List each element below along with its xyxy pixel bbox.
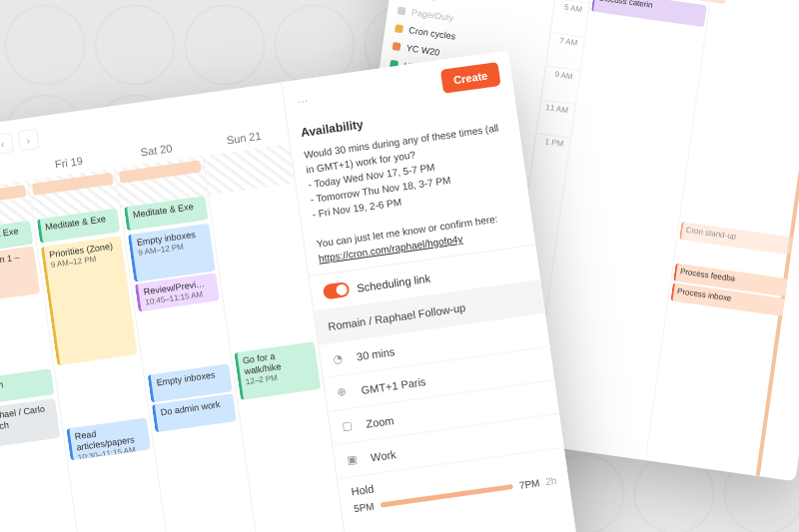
more-icon[interactable]: ⋯ bbox=[296, 94, 311, 109]
hour-label: 7 AM bbox=[546, 32, 584, 70]
calendar-name: PagerDuty bbox=[410, 7, 454, 23]
calendar-event[interactable]: Empty inboxes9 AM–12 PM bbox=[128, 224, 215, 282]
next-button[interactable]: › bbox=[17, 129, 40, 152]
calendar-event[interactable]: Go for a walk/hike12–2 PM bbox=[234, 341, 321, 400]
calendar-event[interactable]: Steady run 1 – 1h8–9 AM bbox=[0, 247, 40, 305]
calendar-field[interactable]: Work bbox=[370, 448, 397, 463]
calendar-event[interactable]: Raphael / Carlo Lunch bbox=[0, 398, 60, 449]
calendar-event[interactable]: Discuss caterin bbox=[591, 0, 706, 27]
calendar-color-dot bbox=[395, 24, 403, 33]
primary-window: Today ‹ › Thu 18Fri 19Sat 20Sun 21 Medit… bbox=[0, 50, 580, 532]
calendar-color-dot bbox=[398, 6, 406, 15]
clock-icon: ◔ bbox=[332, 351, 348, 366]
hour-label: 1 PM bbox=[532, 133, 570, 171]
calendar-event[interactable]: Cron stand-up bbox=[678, 222, 793, 256]
timezone-field[interactable]: GMT+1 Paris bbox=[361, 375, 426, 396]
conference-field[interactable]: Zoom bbox=[366, 413, 396, 429]
calendar-event[interactable]: Priorities (Zone)9 AM–12 PM bbox=[40, 236, 137, 365]
hour-label: 5 AM bbox=[551, 0, 589, 37]
scheduling-link-toggle[interactable] bbox=[323, 281, 351, 299]
video-icon: ▢ bbox=[342, 418, 358, 433]
hour-label: 11 AM bbox=[536, 99, 574, 137]
calendar-name: YC W20 bbox=[405, 43, 440, 58]
duration-field[interactable]: 30 mins bbox=[356, 345, 396, 362]
calendar-event[interactable]: Read articles/papers10:30–11:15 AM bbox=[66, 417, 151, 460]
scheduling-link-label: Scheduling link bbox=[357, 271, 431, 293]
calendar-icon: ▣ bbox=[347, 452, 363, 467]
calendar-color-dot bbox=[393, 42, 401, 51]
create-button[interactable]: Create bbox=[440, 62, 501, 94]
prev-button[interactable]: ‹ bbox=[0, 132, 14, 155]
globe-icon: ⊕ bbox=[337, 385, 353, 400]
calendar-name: Work bbox=[413, 0, 435, 2]
hour-label: 9 AM bbox=[541, 66, 579, 104]
